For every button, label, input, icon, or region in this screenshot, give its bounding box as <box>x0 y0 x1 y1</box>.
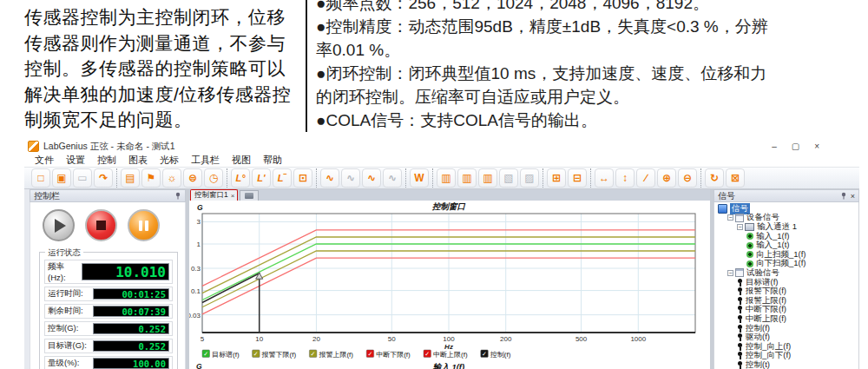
export-icon[interactable]: ↷ <box>94 168 113 188</box>
tree-item-试验信号[interactable]: −试验信号 <box>716 268 858 278</box>
channel-node-icon <box>745 223 754 231</box>
status-label: 目标谱(G): <box>48 340 87 352</box>
x-tick-label: 5 <box>201 335 205 343</box>
lcd-value: 00:07:39 <box>93 306 169 317</box>
check-icon: ✓ <box>482 351 487 357</box>
zoom-in-icon[interactable]: ⊕ <box>657 168 676 188</box>
menu-item-光标[interactable]: 光标 <box>154 154 185 167</box>
level-abs-icon[interactable]: L° <box>231 168 250 188</box>
tree-item-向下扫频_1(f)[interactable]: 向下扫频_1(f) <box>716 260 858 269</box>
chart-thumbnail-icon <box>245 193 253 199</box>
restore-button[interactable]: ▢ <box>792 142 799 151</box>
mic-node-icon <box>737 343 743 351</box>
labgenius-window: LabGenius 正弦 - 未命名 - 测试1 – ▢ × 文件设置控制图表光… <box>24 139 859 369</box>
zoom-out-icon[interactable]: ⊖ <box>678 168 697 188</box>
next-chart-title: 输入 1(f) <box>433 362 464 369</box>
mic-node-icon <box>737 333 743 341</box>
tree-item-中断下限(f)[interactable]: 中断下限(f) <box>716 306 858 315</box>
fit-vertical-icon[interactable]: ↕ <box>615 168 635 188</box>
pause-button[interactable] <box>128 209 160 241</box>
bars-1-icon[interactable]: ▥ <box>437 168 456 188</box>
refresh-icon[interactable]: ↻ <box>705 168 724 188</box>
tab-label: 控制窗口1 <box>194 190 228 201</box>
y-tick-label: 0.3 <box>191 265 201 273</box>
x-tick-label: 200 <box>500 335 512 343</box>
panel-close-icon[interactable]: × <box>851 192 855 201</box>
collapse-icon[interactable]: − <box>737 224 743 230</box>
intro-line: 传感器控制为主控制闭环，位移 <box>24 4 306 30</box>
schedule-clock-icon[interactable]: ◷ <box>204 168 223 188</box>
tree-item-控制(f)[interactable]: 控制(f) <box>716 324 858 333</box>
check-icon: ✓ <box>424 351 430 357</box>
pause-icon <box>145 221 148 231</box>
bars-2-icon[interactable]: ▥ <box>457 168 477 188</box>
menu-item-工具栏[interactable]: 工具栏 <box>185 154 226 167</box>
column-divider <box>306 0 307 132</box>
title-bar: LabGenius 正弦 - 未命名 - 测试1 – ▢ × <box>24 139 859 154</box>
pin-icon[interactable] <box>174 192 181 200</box>
legend-item-中断下限(f): ✓中断下限(f) <box>366 350 411 359</box>
status-label: 量级(%): <box>48 358 79 369</box>
intro-paragraph-left: 传感器控制为主控制闭环，位移传感器则作为测量通道，不参与控制。多传感器的控制策略… <box>24 4 306 133</box>
x-tick-label: 500 <box>575 335 588 343</box>
collapse-icon[interactable]: − <box>727 270 733 276</box>
tree-item-目标谱(f)[interactable]: 目标谱(f) <box>716 278 858 287</box>
status-row: 控制(G):0.252 <box>44 321 173 336</box>
tree-item-中断上限(f)[interactable]: 中断上限(f) <box>716 314 858 324</box>
intro-line: 传感器则作为测量通道，不参与 <box>24 30 306 56</box>
minimize-button[interactable]: – <box>772 142 777 151</box>
main-area: 控制栏 运行状态 频率(Hz):10.010运行时间:00:01:25剩余时间:… <box>24 189 859 369</box>
tree-item-报警上限(f)[interactable]: 报警上限(f) <box>716 296 858 306</box>
tree-item-控制_向下(f)[interactable]: 控制_向下(f) <box>716 352 858 361</box>
wave-1-icon[interactable]: ∿ <box>320 168 339 188</box>
menu-item-设置[interactable]: 设置 <box>60 154 91 167</box>
lcd-value: 100.00 <box>93 358 169 369</box>
spec-line: ●频率点数：256，512，1024，2048，4096，8192。 <box>316 0 865 15</box>
level-rel-icon[interactable]: L' <box>252 168 271 188</box>
play-button[interactable] <box>43 209 75 241</box>
collapse-icon[interactable]: − <box>727 214 733 221</box>
lcd-value: 10.010 <box>82 263 169 280</box>
flag-icon[interactable]: ⚑ <box>141 168 161 188</box>
legend-label: 报警下限(f) <box>261 351 297 359</box>
expand-icon[interactable]: ⊠ <box>726 168 745 188</box>
y-tick-label: 1 <box>197 241 201 248</box>
pin-icon[interactable] <box>840 192 847 200</box>
check-icon: ✓ <box>203 351 208 357</box>
fit-diagonal-icon[interactable]: ∕ <box>636 168 655 188</box>
word-report-icon[interactable]: W <box>410 168 429 188</box>
menu-item-帮助[interactable]: 帮助 <box>257 154 288 167</box>
x-tick-label: 10 <box>255 335 263 343</box>
menu-item-控制[interactable]: 控制 <box>91 154 122 167</box>
tab-close-icon[interactable]: × <box>231 192 235 200</box>
tab-new-chart[interactable] <box>240 190 259 201</box>
stop-button[interactable] <box>85 209 117 241</box>
wave-3-icon[interactable]: ∿ <box>362 168 381 188</box>
signal-panel-title: 信号 <box>718 190 735 202</box>
tab-control-window[interactable]: 控制窗口1 × <box>190 189 238 201</box>
menu-item-文件[interactable]: 文件 <box>29 154 60 167</box>
legend-label: 控制(f) <box>490 351 511 359</box>
copy-window-icon[interactable]: ⊡ <box>293 168 312 188</box>
stripes-circle-icon[interactable]: ⊜ <box>183 168 202 188</box>
spec-bullet-list: ●频率点数：256，512，1024，2048，4096，8192。●控制精度：… <box>316 0 865 132</box>
tree-item-控制(t)[interactable]: 控制(t) <box>716 360 858 369</box>
new-file-icon[interactable]: □ <box>31 168 50 188</box>
lcd-value: 00:01:25 <box>93 288 169 300</box>
menu-item-视图[interactable]: 视图 <box>226 154 257 167</box>
save-icon[interactable]: ▣ <box>52 168 71 188</box>
run-device-icon[interactable]: ▤ <box>121 168 140 188</box>
level-minus-icon[interactable]: L‾ <box>273 168 292 188</box>
settings-sun-icon[interactable]: ☼ <box>162 168 181 188</box>
menu-item-图表[interactable]: 图表 <box>122 154 154 167</box>
intro-line: 制频宽不足的问题。 <box>24 107 306 133</box>
chart-tab-bar: 控制窗口1 × <box>189 189 710 201</box>
tree-item-报警下限(f)[interactable]: 报警下限(f) <box>716 287 858 296</box>
window-controls: – ▢ × <box>772 142 819 151</box>
fit-horizontal-icon[interactable]: ↔ <box>595 168 614 188</box>
close-button[interactable]: × <box>814 142 819 151</box>
layout-grid-icon[interactable]: ⊞ <box>547 168 566 188</box>
bars-3-icon[interactable]: ▥ <box>478 168 497 188</box>
layout-table-icon[interactable]: ⊟ <box>568 168 587 188</box>
tree-item-信号[interactable]: 信号 <box>716 204 858 214</box>
